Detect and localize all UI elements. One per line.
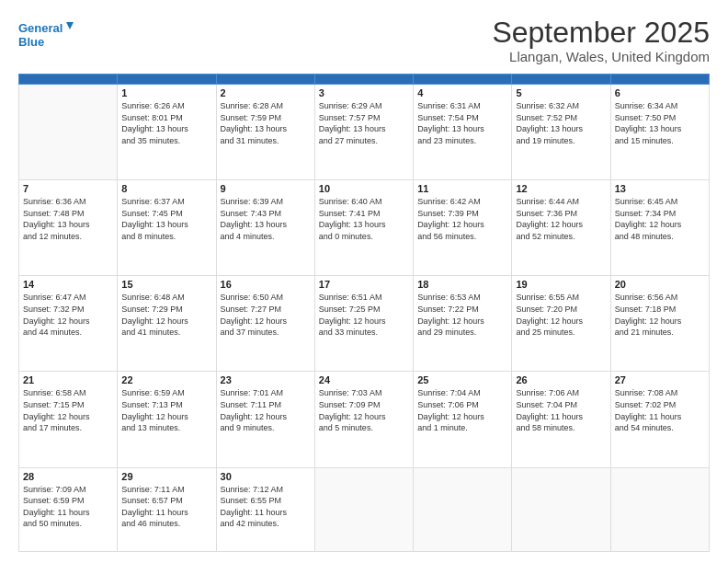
day-number: 16 bbox=[221, 279, 311, 290]
table-row: 27Sunrise: 7:08 AMSunset: 7:02 PMDayligh… bbox=[610, 372, 709, 467]
table-row: 13Sunrise: 6:45 AMSunset: 7:34 PMDayligh… bbox=[610, 180, 709, 276]
table-row: 17Sunrise: 6:51 AMSunset: 7:25 PMDayligh… bbox=[314, 276, 413, 372]
day-info: Sunrise: 6:44 AMSunset: 7:36 PMDaylight:… bbox=[516, 196, 606, 242]
day-info: Sunrise: 6:31 AMSunset: 7:54 PMDaylight:… bbox=[417, 100, 507, 146]
day-info: Sunrise: 6:39 AMSunset: 7:43 PMDaylight:… bbox=[221, 196, 311, 242]
day-number: 13 bbox=[615, 183, 705, 194]
day-info: Sunrise: 6:51 AMSunset: 7:25 PMDaylight:… bbox=[319, 292, 409, 338]
table-row: 28Sunrise: 7:09 AMSunset: 6:59 PMDayligh… bbox=[19, 467, 118, 551]
day-number: 5 bbox=[516, 87, 606, 98]
day-info: Sunrise: 6:28 AMSunset: 7:59 PMDaylight:… bbox=[221, 100, 311, 146]
table-row: 4Sunrise: 6:31 AMSunset: 7:54 PMDaylight… bbox=[414, 85, 512, 180]
day-info: Sunrise: 6:47 AMSunset: 7:32 PMDaylight:… bbox=[23, 292, 113, 338]
day-info: Sunrise: 7:12 AMSunset: 6:55 PMDaylight:… bbox=[221, 484, 311, 530]
day-number: 23 bbox=[221, 374, 311, 385]
day-number: 25 bbox=[417, 374, 507, 385]
table-row: 18Sunrise: 6:53 AMSunset: 7:22 PMDayligh… bbox=[414, 276, 512, 372]
day-number: 20 bbox=[615, 279, 705, 290]
day-info: Sunrise: 6:50 AMSunset: 7:27 PMDaylight:… bbox=[221, 292, 311, 338]
day-info: Sunrise: 6:45 AMSunset: 7:34 PMDaylight:… bbox=[615, 196, 705, 242]
day-number: 7 bbox=[23, 183, 113, 194]
table-row: 5Sunrise: 6:32 AMSunset: 7:52 PMDaylight… bbox=[512, 85, 610, 180]
table-row: 9Sunrise: 6:39 AMSunset: 7:43 PMDaylight… bbox=[216, 180, 314, 276]
table-row: 20Sunrise: 6:56 AMSunset: 7:18 PMDayligh… bbox=[610, 276, 709, 372]
calendar-header-row bbox=[19, 75, 710, 85]
table-row: 7Sunrise: 6:36 AMSunset: 7:48 PMDaylight… bbox=[19, 180, 118, 276]
day-info: Sunrise: 7:11 AMSunset: 6:57 PMDaylight:… bbox=[121, 484, 211, 530]
day-info: Sunrise: 6:40 AMSunset: 7:41 PMDaylight:… bbox=[319, 196, 409, 242]
table-row: 26Sunrise: 7:06 AMSunset: 7:04 PMDayligh… bbox=[512, 372, 610, 467]
table-row: 1Sunrise: 6:26 AMSunset: 8:01 PMDaylight… bbox=[118, 85, 216, 180]
table-row bbox=[414, 467, 512, 551]
table-row bbox=[512, 467, 610, 551]
day-info: Sunrise: 6:56 AMSunset: 7:18 PMDaylight:… bbox=[615, 292, 705, 338]
col-tuesday bbox=[216, 75, 314, 85]
day-number: 12 bbox=[516, 183, 606, 194]
table-row: 16Sunrise: 6:50 AMSunset: 7:27 PMDayligh… bbox=[216, 276, 314, 372]
table-row: 21Sunrise: 6:58 AMSunset: 7:15 PMDayligh… bbox=[19, 372, 118, 467]
day-number: 24 bbox=[319, 374, 409, 385]
col-monday bbox=[118, 75, 216, 85]
table-row: 14Sunrise: 6:47 AMSunset: 7:32 PMDayligh… bbox=[19, 276, 118, 372]
day-info: Sunrise: 7:06 AMSunset: 7:04 PMDaylight:… bbox=[516, 387, 606, 433]
svg-marker-2 bbox=[66, 22, 74, 29]
day-info: Sunrise: 6:59 AMSunset: 7:13 PMDaylight:… bbox=[121, 387, 211, 433]
day-info: Sunrise: 7:03 AMSunset: 7:09 PMDaylight:… bbox=[319, 387, 409, 433]
col-friday bbox=[512, 75, 610, 85]
day-info: Sunrise: 6:48 AMSunset: 7:29 PMDaylight:… bbox=[121, 292, 211, 338]
location-subtitle: Llangan, Wales, United Kingdom bbox=[492, 49, 710, 64]
day-number: 8 bbox=[121, 183, 211, 194]
table-row: 30Sunrise: 7:12 AMSunset: 6:55 PMDayligh… bbox=[216, 467, 314, 551]
col-thursday bbox=[414, 75, 512, 85]
logo: General Blue bbox=[18, 17, 74, 53]
day-info: Sunrise: 7:01 AMSunset: 7:11 PMDaylight:… bbox=[221, 387, 311, 433]
day-number: 27 bbox=[615, 374, 705, 385]
table-row: 8Sunrise: 6:37 AMSunset: 7:45 PMDaylight… bbox=[118, 180, 216, 276]
col-wednesday bbox=[314, 75, 413, 85]
col-saturday bbox=[610, 75, 709, 85]
day-info: Sunrise: 6:32 AMSunset: 7:52 PMDaylight:… bbox=[516, 100, 606, 146]
logo-svg: General Blue bbox=[18, 17, 74, 53]
day-number: 14 bbox=[23, 279, 113, 290]
day-number: 21 bbox=[23, 374, 113, 385]
day-number: 6 bbox=[615, 87, 705, 98]
page-header: General Blue September 2025 Llangan, Wal… bbox=[18, 17, 710, 64]
day-info: Sunrise: 6:36 AMSunset: 7:48 PMDaylight:… bbox=[23, 196, 113, 242]
table-row: 24Sunrise: 7:03 AMSunset: 7:09 PMDayligh… bbox=[314, 372, 413, 467]
day-info: Sunrise: 7:09 AMSunset: 6:59 PMDaylight:… bbox=[23, 484, 113, 530]
day-info: Sunrise: 6:42 AMSunset: 7:39 PMDaylight:… bbox=[417, 196, 507, 242]
day-number: 22 bbox=[121, 374, 211, 385]
month-year-title: September 2025 bbox=[492, 17, 710, 49]
day-number: 9 bbox=[221, 183, 311, 194]
day-number: 19 bbox=[516, 279, 606, 290]
table-row: 11Sunrise: 6:42 AMSunset: 7:39 PMDayligh… bbox=[414, 180, 512, 276]
day-number: 1 bbox=[121, 87, 211, 98]
table-row: 10Sunrise: 6:40 AMSunset: 7:41 PMDayligh… bbox=[314, 180, 413, 276]
day-number: 2 bbox=[221, 87, 311, 98]
day-number: 4 bbox=[417, 87, 507, 98]
day-info: Sunrise: 7:04 AMSunset: 7:06 PMDaylight:… bbox=[417, 387, 507, 433]
table-row bbox=[610, 467, 709, 551]
table-row: 12Sunrise: 6:44 AMSunset: 7:36 PMDayligh… bbox=[512, 180, 610, 276]
day-number: 15 bbox=[121, 279, 211, 290]
title-block: September 2025 Llangan, Wales, United Ki… bbox=[492, 17, 710, 64]
table-row bbox=[19, 85, 118, 180]
table-row: 22Sunrise: 6:59 AMSunset: 7:13 PMDayligh… bbox=[118, 372, 216, 467]
day-number: 29 bbox=[121, 471, 211, 482]
day-number: 3 bbox=[319, 87, 409, 98]
day-info: Sunrise: 6:29 AMSunset: 7:57 PMDaylight:… bbox=[319, 100, 409, 146]
table-row: 29Sunrise: 7:11 AMSunset: 6:57 PMDayligh… bbox=[118, 467, 216, 551]
table-row: 19Sunrise: 6:55 AMSunset: 7:20 PMDayligh… bbox=[512, 276, 610, 372]
svg-text:General: General bbox=[18, 21, 63, 35]
table-row: 6Sunrise: 6:34 AMSunset: 7:50 PMDaylight… bbox=[610, 85, 709, 180]
calendar-table: 1Sunrise: 6:26 AMSunset: 8:01 PMDaylight… bbox=[18, 74, 710, 552]
day-info: Sunrise: 6:26 AMSunset: 8:01 PMDaylight:… bbox=[121, 100, 211, 146]
day-info: Sunrise: 7:08 AMSunset: 7:02 PMDaylight:… bbox=[615, 387, 705, 433]
day-info: Sunrise: 6:58 AMSunset: 7:15 PMDaylight:… bbox=[23, 387, 113, 433]
day-number: 18 bbox=[417, 279, 507, 290]
day-info: Sunrise: 6:37 AMSunset: 7:45 PMDaylight:… bbox=[121, 196, 211, 242]
table-row: 25Sunrise: 7:04 AMSunset: 7:06 PMDayligh… bbox=[414, 372, 512, 467]
day-info: Sunrise: 6:53 AMSunset: 7:22 PMDaylight:… bbox=[417, 292, 507, 338]
day-number: 11 bbox=[417, 183, 507, 194]
day-number: 10 bbox=[319, 183, 409, 194]
